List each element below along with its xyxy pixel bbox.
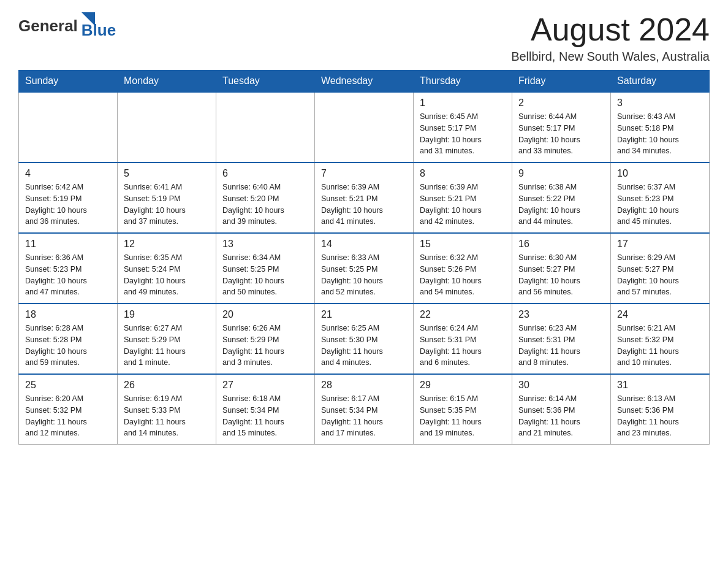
weekday-header-thursday: Thursday <box>414 71 512 93</box>
day-info: Sunrise: 6:24 AM Sunset: 5:31 PM Dayligh… <box>420 323 506 369</box>
day-info: Sunrise: 6:13 AM Sunset: 5:36 PM Dayligh… <box>617 393 703 439</box>
day-number: 15 <box>420 239 506 250</box>
day-number: 20 <box>222 309 308 320</box>
day-info: Sunrise: 6:25 AM Sunset: 5:30 PM Dayligh… <box>321 323 407 369</box>
calendar-cell <box>216 92 315 163</box>
day-number: 21 <box>321 309 407 320</box>
day-number: 17 <box>617 239 703 250</box>
day-number: 31 <box>617 380 703 391</box>
day-info: Sunrise: 6:41 AM Sunset: 5:19 PM Dayligh… <box>124 182 210 228</box>
day-info: Sunrise: 6:39 AM Sunset: 5:21 PM Dayligh… <box>321 182 407 228</box>
day-number: 1 <box>420 98 506 109</box>
day-number: 14 <box>321 239 407 250</box>
calendar-cell: 21Sunrise: 6:25 AM Sunset: 5:30 PM Dayli… <box>315 304 414 374</box>
calendar-cell: 16Sunrise: 6:30 AM Sunset: 5:27 PM Dayli… <box>512 233 611 304</box>
day-number: 4 <box>25 168 111 179</box>
calendar-cell: 9Sunrise: 6:38 AM Sunset: 5:22 PM Daylig… <box>512 163 611 233</box>
day-info: Sunrise: 6:20 AM Sunset: 5:32 PM Dayligh… <box>25 393 111 439</box>
calendar-cell: 29Sunrise: 6:15 AM Sunset: 5:35 PM Dayli… <box>414 374 512 445</box>
calendar-cell: 31Sunrise: 6:13 AM Sunset: 5:36 PM Dayli… <box>611 374 710 445</box>
day-number: 24 <box>617 309 703 320</box>
calendar-cell: 27Sunrise: 6:18 AM Sunset: 5:34 PM Dayli… <box>216 374 315 445</box>
calendar-cell: 10Sunrise: 6:37 AM Sunset: 5:23 PM Dayli… <box>611 163 710 233</box>
day-number: 8 <box>420 168 506 179</box>
weekday-header-monday: Monday <box>118 71 216 93</box>
day-info: Sunrise: 6:21 AM Sunset: 5:32 PM Dayligh… <box>617 323 703 369</box>
day-info: Sunrise: 6:19 AM Sunset: 5:33 PM Dayligh… <box>124 393 210 439</box>
day-info: Sunrise: 6:32 AM Sunset: 5:26 PM Dayligh… <box>420 252 506 298</box>
title-area: August 2024 Bellbird, New South Wales, A… <box>511 12 710 64</box>
day-number: 9 <box>518 168 604 179</box>
day-info: Sunrise: 6:42 AM Sunset: 5:19 PM Dayligh… <box>25 182 111 228</box>
day-info: Sunrise: 6:27 AM Sunset: 5:29 PM Dayligh… <box>124 323 210 369</box>
calendar-cell: 4Sunrise: 6:42 AM Sunset: 5:19 PM Daylig… <box>19 163 118 233</box>
day-info: Sunrise: 6:26 AM Sunset: 5:29 PM Dayligh… <box>222 323 308 369</box>
calendar-cell <box>118 92 216 163</box>
day-number: 10 <box>617 168 703 179</box>
calendar-cell: 25Sunrise: 6:20 AM Sunset: 5:32 PM Dayli… <box>19 374 118 445</box>
logo-general-text: General <box>18 17 78 36</box>
calendar-cell: 2Sunrise: 6:44 AM Sunset: 5:17 PM Daylig… <box>512 92 611 163</box>
week-row-4: 18Sunrise: 6:28 AM Sunset: 5:28 PM Dayli… <box>19 304 710 374</box>
calendar-cell: 15Sunrise: 6:32 AM Sunset: 5:26 PM Dayli… <box>414 233 512 304</box>
day-info: Sunrise: 6:23 AM Sunset: 5:31 PM Dayligh… <box>518 323 604 369</box>
calendar-cell: 30Sunrise: 6:14 AM Sunset: 5:36 PM Dayli… <box>512 374 611 445</box>
day-number: 5 <box>124 168 210 179</box>
day-number: 16 <box>518 239 604 250</box>
day-info: Sunrise: 6:18 AM Sunset: 5:34 PM Dayligh… <box>222 393 308 439</box>
calendar-cell: 19Sunrise: 6:27 AM Sunset: 5:29 PM Dayli… <box>118 304 216 374</box>
day-number: 13 <box>222 239 308 250</box>
day-number: 28 <box>321 380 407 391</box>
week-row-2: 4Sunrise: 6:42 AM Sunset: 5:19 PM Daylig… <box>19 163 710 233</box>
day-info: Sunrise: 6:38 AM Sunset: 5:22 PM Dayligh… <box>518 182 604 228</box>
calendar-cell: 26Sunrise: 6:19 AM Sunset: 5:33 PM Dayli… <box>118 374 216 445</box>
calendar-table: SundayMondayTuesdayWednesdayThursdayFrid… <box>18 70 710 445</box>
day-number: 2 <box>518 98 604 109</box>
day-info: Sunrise: 6:28 AM Sunset: 5:28 PM Dayligh… <box>25 323 111 369</box>
weekday-header-row: SundayMondayTuesdayWednesdayThursdayFrid… <box>19 71 710 93</box>
day-info: Sunrise: 6:35 AM Sunset: 5:24 PM Dayligh… <box>124 252 210 298</box>
day-number: 22 <box>420 309 506 320</box>
day-info: Sunrise: 6:44 AM Sunset: 5:17 PM Dayligh… <box>518 111 604 157</box>
calendar-cell: 24Sunrise: 6:21 AM Sunset: 5:32 PM Dayli… <box>611 304 710 374</box>
day-info: Sunrise: 6:29 AM Sunset: 5:27 PM Dayligh… <box>617 252 703 298</box>
weekday-header-saturday: Saturday <box>611 71 710 93</box>
calendar-cell: 18Sunrise: 6:28 AM Sunset: 5:28 PM Dayli… <box>19 304 118 374</box>
day-info: Sunrise: 6:17 AM Sunset: 5:34 PM Dayligh… <box>321 393 407 439</box>
day-number: 25 <box>25 380 111 391</box>
location-subtitle: Bellbird, New South Wales, Australia <box>511 50 710 64</box>
logo: General Blue <box>18 12 116 40</box>
calendar-cell <box>19 92 118 163</box>
day-number: 12 <box>124 239 210 250</box>
calendar-cell: 17Sunrise: 6:29 AM Sunset: 5:27 PM Dayli… <box>611 233 710 304</box>
calendar-cell <box>315 92 414 163</box>
day-info: Sunrise: 6:14 AM Sunset: 5:36 PM Dayligh… <box>518 393 604 439</box>
calendar-cell: 22Sunrise: 6:24 AM Sunset: 5:31 PM Dayli… <box>414 304 512 374</box>
day-number: 3 <box>617 98 703 109</box>
day-info: Sunrise: 6:36 AM Sunset: 5:23 PM Dayligh… <box>25 252 111 298</box>
day-number: 18 <box>25 309 111 320</box>
day-number: 6 <box>222 168 308 179</box>
calendar-cell: 13Sunrise: 6:34 AM Sunset: 5:25 PM Dayli… <box>216 233 315 304</box>
day-number: 11 <box>25 239 111 250</box>
day-info: Sunrise: 6:40 AM Sunset: 5:20 PM Dayligh… <box>222 182 308 228</box>
day-number: 23 <box>518 309 604 320</box>
day-number: 27 <box>222 380 308 391</box>
weekday-header-friday: Friday <box>512 71 611 93</box>
weekday-header-sunday: Sunday <box>19 71 118 93</box>
calendar-cell: 1Sunrise: 6:45 AM Sunset: 5:17 PM Daylig… <box>414 92 512 163</box>
weekday-header-wednesday: Wednesday <box>315 71 414 93</box>
day-number: 19 <box>124 309 210 320</box>
calendar-cell: 3Sunrise: 6:43 AM Sunset: 5:18 PM Daylig… <box>611 92 710 163</box>
calendar-cell: 12Sunrise: 6:35 AM Sunset: 5:24 PM Dayli… <box>118 233 216 304</box>
day-info: Sunrise: 6:30 AM Sunset: 5:27 PM Dayligh… <box>518 252 604 298</box>
month-title: August 2024 <box>511 12 710 47</box>
day-number: 26 <box>124 380 210 391</box>
day-info: Sunrise: 6:34 AM Sunset: 5:25 PM Dayligh… <box>222 252 308 298</box>
calendar-cell: 14Sunrise: 6:33 AM Sunset: 5:25 PM Dayli… <box>315 233 414 304</box>
week-row-5: 25Sunrise: 6:20 AM Sunset: 5:32 PM Dayli… <box>19 374 710 445</box>
day-info: Sunrise: 6:37 AM Sunset: 5:23 PM Dayligh… <box>617 182 703 228</box>
page-header: General Blue August 2024 Bellbird, New S… <box>18 12 710 64</box>
day-info: Sunrise: 6:15 AM Sunset: 5:35 PM Dayligh… <box>420 393 506 439</box>
day-number: 7 <box>321 168 407 179</box>
